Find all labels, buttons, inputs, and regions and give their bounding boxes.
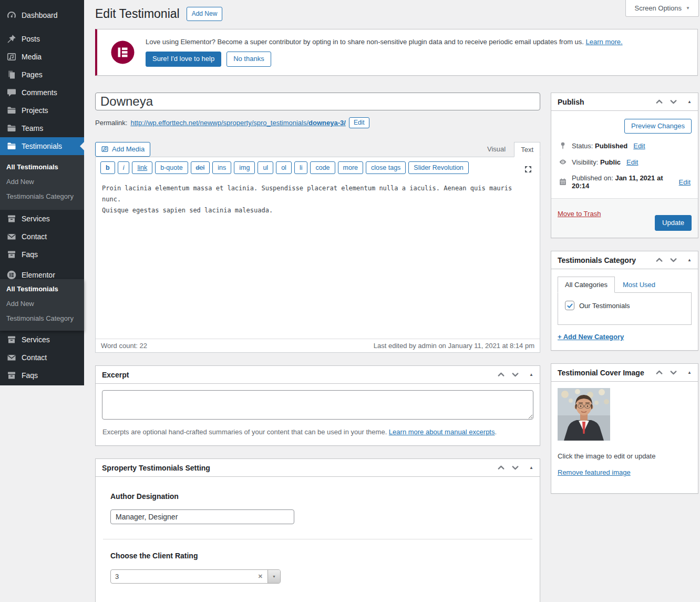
tab-most-used[interactable]: Most Used (615, 277, 663, 292)
editor-side-column: Publish ▲ Preview Changes Status: Publis… (551, 93, 698, 494)
qt-link-button[interactable]: link (132, 161, 152, 174)
checked-checkbox-icon[interactable] (565, 301, 574, 310)
sidebar-item-faqs[interactable]: Faqs (0, 366, 84, 384)
excerpt-textarea[interactable] (102, 390, 533, 420)
editor-status-bar: Word count: 22 Last edited by admin on J… (96, 339, 540, 352)
client-rating-select[interactable]: 3 ✕ ▼ (110, 569, 281, 584)
move-down-icon[interactable] (511, 463, 520, 472)
sidebar-subitem-add-new[interactable]: Add New (0, 297, 84, 311)
archive-icon (6, 213, 17, 224)
category-checklist: Our Testimonials (558, 292, 692, 325)
sidebar-item-contact[interactable]: Contact (0, 349, 84, 366)
sidebar-item-services[interactable]: Services (0, 210, 84, 228)
qt-img-button[interactable]: img (234, 161, 255, 174)
excerpt-panel: Excerpt ▲ Excerpts are optional hand-cra… (95, 365, 540, 446)
sidebar-item-contact[interactable]: Contact (0, 228, 84, 246)
edit-published-link[interactable]: Edit (679, 178, 691, 186)
collapse-toggle-icon[interactable]: ▲ (687, 370, 692, 375)
qt-bquote-button[interactable]: b-quote (155, 161, 188, 174)
preview-changes-button[interactable]: Preview Changes (624, 119, 692, 134)
screen-options-label: Screen Options (634, 4, 682, 12)
clear-icon[interactable]: ✕ (258, 573, 267, 580)
status-value: Published (595, 142, 627, 150)
qt-close-tags-button[interactable]: close tags (366, 161, 406, 174)
media-icon (6, 52, 17, 62)
update-button[interactable]: Update (655, 215, 692, 231)
word-count: Word count: 22 (101, 342, 147, 350)
category-tabs: All Categories Most Used (558, 277, 692, 292)
tab-text[interactable]: Text (514, 142, 540, 157)
sidebar-subitem-testimonials-category[interactable]: Testimonials Category (0, 189, 84, 204)
qt-ul-button[interactable]: ul (258, 161, 273, 174)
collapse-toggle-icon[interactable]: ▲ (529, 465, 533, 470)
screen-options-toggle[interactable]: Screen Options ▼ (625, 0, 699, 17)
move-up-icon[interactable] (497, 463, 506, 472)
envelope-icon (6, 231, 17, 242)
fullscreen-icon[interactable] (521, 164, 535, 175)
add-new-button[interactable]: Add New (187, 7, 223, 21)
sidebar-item-label: Faqs (22, 250, 38, 259)
chevron-down-icon: ▼ (686, 6, 690, 11)
sidebar-item-media[interactable]: Media (0, 48, 84, 66)
move-up-icon[interactable] (655, 368, 664, 377)
sidebar-item-dashboard[interactable]: Dashboard (0, 6, 84, 24)
dashboard-icon (6, 10, 17, 21)
qt-li-button[interactable]: li (294, 161, 308, 174)
move-down-icon[interactable] (669, 368, 678, 377)
author-designation-field[interactable] (110, 509, 294, 524)
qt-ins-button[interactable]: ins (212, 161, 231, 174)
sidebar-subitem-add-new[interactable]: Add New (0, 175, 84, 189)
author-designation-label: Author Designation (110, 492, 525, 501)
published-label: Published on: (572, 174, 613, 182)
move-to-trash-link[interactable]: Move to Trash (558, 210, 601, 218)
tab-all-categories[interactable]: All Categories (558, 277, 615, 293)
move-down-icon[interactable] (511, 370, 520, 379)
add-media-button[interactable]: Add Media (95, 142, 150, 157)
add-new-category-link[interactable]: + Add New Category (558, 333, 624, 341)
collapse-toggle-icon[interactable]: ▲ (529, 372, 533, 377)
qt-code-button[interactable]: code (310, 161, 335, 174)
sidebar-subitem-all-testimonials[interactable]: All Testimonials (0, 160, 84, 175)
qt-b-button[interactable]: b (100, 161, 115, 174)
permalink-link[interactable]: http://wp.efforttech.net/newwp/sproperty… (130, 119, 345, 127)
sidebar-item-teams[interactable]: Teams (0, 119, 84, 137)
edit-visibility-link[interactable]: Edit (626, 158, 638, 166)
edit-status-link[interactable]: Edit (633, 142, 645, 150)
permalink-row: Permalink: http://wp.efforttech.net/neww… (95, 117, 540, 128)
editor-textarea[interactable]: Proin lacinia elementum massa et lacinia… (96, 178, 540, 339)
move-up-icon[interactable] (655, 97, 664, 106)
collapse-toggle-icon[interactable]: ▲ (687, 258, 692, 262)
qt-i-button[interactable]: i (118, 161, 130, 174)
qt-del-button[interactable]: del (191, 161, 210, 174)
dropdown-arrow-icon[interactable]: ▼ (267, 570, 280, 583)
edit-permalink-button[interactable]: Edit (349, 117, 369, 128)
excerpt-help-link[interactable]: Learn more about manual excerpts (389, 428, 495, 436)
qt-slider-revolution-button[interactable]: Slider Revolution (408, 161, 469, 174)
qt-ol-button[interactable]: ol (276, 161, 292, 174)
sidebar-item-services[interactable]: Services (0, 331, 84, 349)
title-input[interactable] (95, 93, 540, 110)
tab-visual[interactable]: Visual (481, 142, 512, 157)
sproperty-settings-panel: Sproperty Testimonials Setting ▲ Author … (95, 458, 540, 602)
sidebar-subitem-testimonials-category[interactable]: Testimonials Category (0, 311, 84, 326)
sidebar-item-comments[interactable]: Comments (0, 84, 84, 101)
move-down-icon[interactable] (669, 97, 678, 106)
sidebar-item-posts[interactable]: Posts (0, 30, 84, 48)
testimonials-flyout-submenu: All Testimonials Add New Testimonials Ca… (0, 279, 84, 331)
remove-featured-image-link[interactable]: Remove featured image (558, 468, 631, 476)
category-item[interactable]: Our Testimonials (565, 301, 684, 310)
move-down-icon[interactable] (669, 256, 678, 264)
move-up-icon[interactable] (655, 256, 664, 264)
collapse-toggle-icon[interactable]: ▲ (687, 99, 692, 104)
move-up-icon[interactable] (497, 370, 506, 379)
sidebar-item-projects[interactable]: Projects (0, 101, 84, 119)
learn-more-link[interactable]: Learn more. (586, 38, 623, 46)
sidebar-subitem-all-testimonials[interactable]: All Testimonials (0, 282, 84, 297)
sidebar-item-testimonials[interactable]: Testimonials (0, 137, 84, 155)
panel-title: Excerpt (102, 371, 129, 379)
featured-image-thumbnail[interactable] (558, 388, 610, 441)
qt-more-button[interactable]: more (338, 161, 363, 174)
sidebar-item-faqs[interactable]: Faqs (0, 246, 84, 263)
panel-title: Testimonial Cover Image (558, 369, 644, 377)
sidebar-item-pages[interactable]: Pages (0, 66, 84, 84)
